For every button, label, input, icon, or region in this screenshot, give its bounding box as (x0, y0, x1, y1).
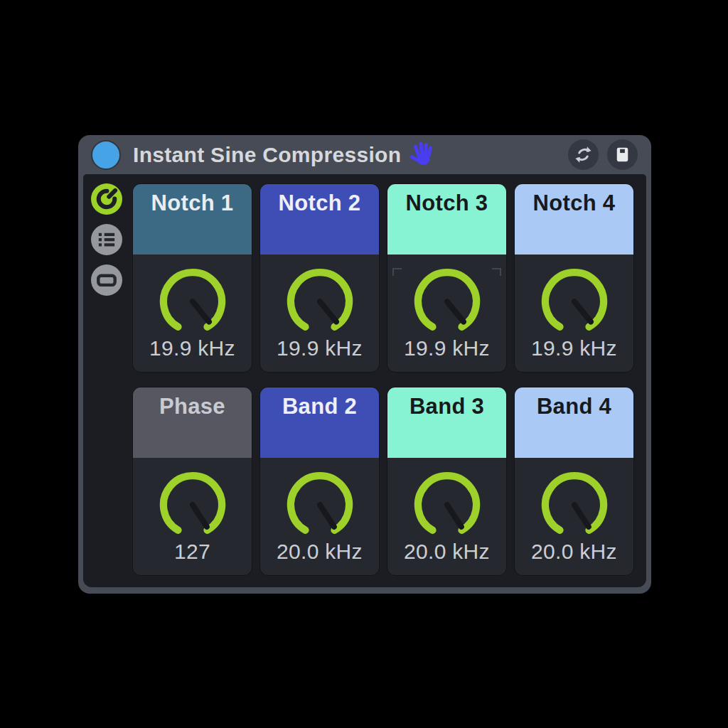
param-cell: Notch 1 19.9 kHz (132, 183, 252, 373)
sidebar-power-button[interactable] (91, 183, 122, 215)
list-icon (92, 225, 122, 255)
param-header[interactable]: Notch 4 (515, 184, 633, 255)
knob[interactable] (152, 469, 233, 544)
param-knob-panel: 19.9 kHz (260, 255, 379, 372)
param-label: Notch 2 (279, 191, 361, 215)
panel-icon (91, 264, 122, 296)
knob[interactable] (534, 266, 615, 341)
param-cell: Phase 127 (132, 387, 252, 576)
param-cell: Band 3 20.0 kHz (387, 387, 507, 576)
param-value[interactable]: 127 (174, 540, 210, 564)
param-label: Band 2 (282, 394, 357, 419)
param-knob-panel: 19.9 kHz (515, 255, 633, 372)
save-button[interactable] (607, 139, 638, 170)
param-label: Notch 3 (406, 191, 488, 215)
device-body: Notch 1 19.9 kHz Notch 2 19.9 kHz Notch … (83, 174, 646, 587)
param-cell: Notch 4 19.9 kHz (514, 183, 634, 373)
param-label: Phase (159, 394, 225, 419)
sync-button[interactable] (568, 139, 599, 170)
save-icon (611, 144, 633, 166)
device-window: Instant Sine Compression (78, 135, 651, 594)
param-value[interactable]: 19.9 kHz (404, 336, 490, 360)
knob[interactable] (407, 469, 488, 544)
param-header[interactable]: Notch 2 (260, 184, 379, 255)
knob[interactable] (407, 266, 488, 341)
param-label: Band 3 (410, 394, 484, 419)
param-cell: Band 2 20.0 kHz (259, 387, 380, 576)
sync-icon (572, 144, 594, 166)
sidebar-parameters-button[interactable] (91, 224, 122, 255)
param-value[interactable]: 19.9 kHz (531, 336, 617, 360)
param-value[interactable]: 20.0 kHz (277, 540, 363, 564)
param-knob-panel: 127 (133, 458, 252, 575)
param-knob-panel: 20.0 kHz (387, 458, 506, 575)
param-value[interactable]: 19.9 kHz (277, 336, 363, 360)
param-header[interactable]: Notch 3 (387, 184, 506, 255)
param-knob-panel: 19.9 kHz (133, 255, 252, 372)
param-value[interactable]: 20.0 kHz (404, 540, 490, 564)
param-value[interactable]: 19.9 kHz (149, 336, 235, 360)
param-header[interactable]: Phase (133, 387, 252, 458)
knob[interactable] (152, 266, 233, 341)
param-header[interactable]: Notch 1 (133, 184, 252, 255)
param-header[interactable]: Band 3 (387, 387, 506, 458)
param-header[interactable]: Band 4 (515, 387, 633, 458)
param-label: Band 4 (537, 394, 611, 419)
knob[interactable] (279, 266, 360, 341)
device-titlebar: Instant Sine Compression (78, 135, 651, 174)
param-header[interactable]: Band 2 (260, 387, 379, 458)
param-cell: Notch 3 19.9 kHz (387, 183, 507, 373)
knob[interactable] (534, 469, 615, 544)
param-label: Notch 4 (533, 191, 616, 215)
param-knob-panel: 20.0 kHz (515, 458, 633, 575)
param-value[interactable]: 20.0 kHz (531, 540, 617, 564)
param-knob-panel: 19.9 kHz (387, 255, 506, 372)
hand-icon (408, 138, 439, 169)
power-icon (91, 183, 122, 215)
param-cell: Notch 2 19.9 kHz (259, 183, 380, 373)
device-title: Instant Sine Compression (133, 143, 401, 167)
param-label: Notch 1 (151, 191, 234, 215)
device-activator-toggle[interactable] (91, 140, 121, 170)
sidebar-panel-button[interactable] (91, 264, 122, 296)
knob[interactable] (279, 469, 360, 544)
param-cell: Band 4 20.0 kHz (514, 387, 634, 576)
param-grid: Notch 1 19.9 kHz Notch 2 19.9 kHz Notch … (132, 183, 634, 576)
param-knob-panel: 20.0 kHz (260, 458, 379, 575)
sidebar (83, 183, 130, 296)
canvas: Instant Sine Compression (0, 0, 728, 728)
